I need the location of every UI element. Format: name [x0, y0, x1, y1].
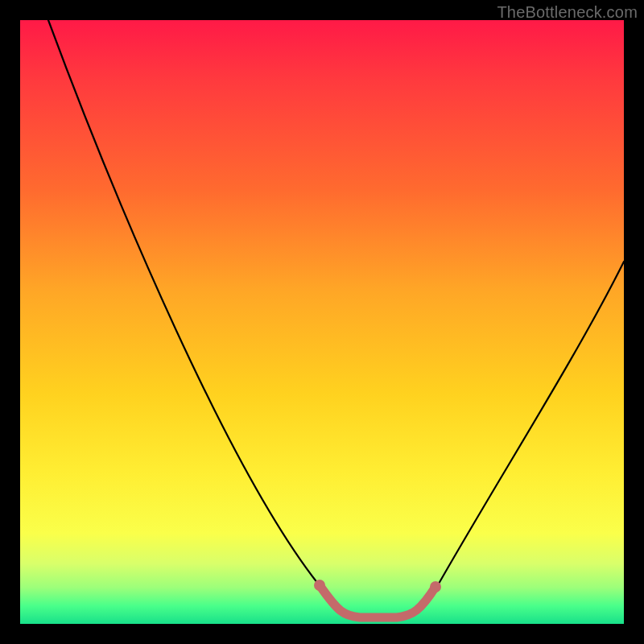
flat-bottom-highlight — [320, 585, 436, 617]
flat-bottom-left-dot — [314, 580, 325, 591]
chart-overlay-svg — [20, 20, 624, 624]
main-curve — [48, 20, 624, 617]
chart-frame: TheBottleneck.com — [0, 0, 644, 644]
flat-bottom-right-dot — [430, 581, 441, 592]
watermark-text: TheBottleneck.com — [497, 3, 638, 22]
